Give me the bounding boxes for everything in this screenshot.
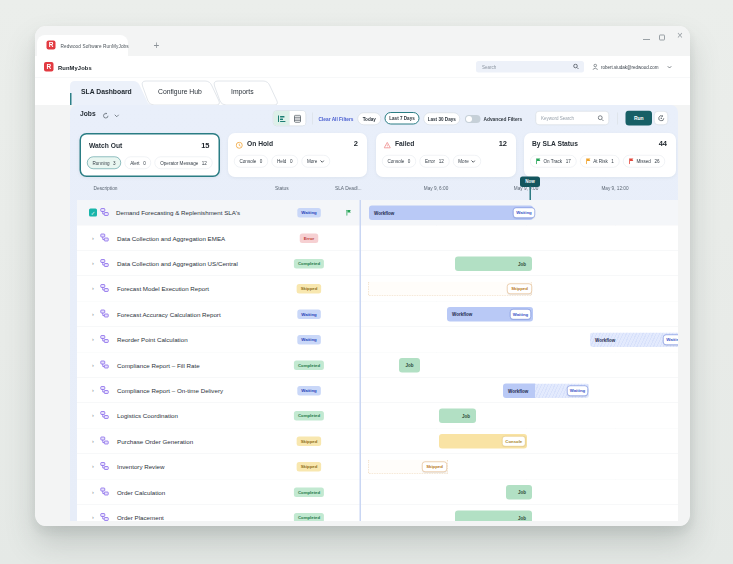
col-description: Description xyxy=(94,185,118,191)
tab-sla-dashboard[interactable]: SLA Dashboard xyxy=(81,78,132,105)
flag-icon xyxy=(536,158,542,165)
row-description: Logistics Coordination xyxy=(117,403,178,429)
row-expand-chevron-icon[interactable]: › xyxy=(92,514,94,520)
browser-tab[interactable]: R Redwood Software RunMyJobs xyxy=(37,35,128,56)
gantt-bar-job[interactable]: Job xyxy=(399,358,420,373)
card-pill-error[interactable]: Error12 xyxy=(419,155,449,168)
run-button[interactable]: Run xyxy=(626,111,653,126)
gantt-bar-workflow[interactable]: Workflow xyxy=(503,383,535,398)
gantt-status-chip: Waiting xyxy=(510,309,531,320)
advanced-filters-toggle[interactable] xyxy=(465,115,481,123)
row-description: Order Placement xyxy=(117,505,164,521)
now-badge: Now xyxy=(520,177,540,188)
table-row[interactable]: ›Data Collection and Aggregation US/Cent… xyxy=(77,251,678,276)
global-search-input[interactable]: Search xyxy=(476,61,584,73)
gantt-bar-job[interactable]: Job xyxy=(455,510,532,521)
workflow-icon xyxy=(100,512,109,521)
flag-icon xyxy=(585,158,591,165)
summary-card-on-hold[interactable]: On Hold2Console0Held0More xyxy=(228,133,367,177)
history-button[interactable] xyxy=(654,111,668,125)
card-pill-console[interactable]: Console0 xyxy=(234,155,268,168)
card-pills: Console0Error12More xyxy=(382,155,481,168)
row-expand-chevron-icon[interactable]: › xyxy=(92,412,94,418)
clear-all-filters-link[interactable]: Clear All Filters xyxy=(319,110,354,127)
table-row[interactable]: ›Data Collection and Aggregation EMEAErr… xyxy=(77,225,678,250)
workflow-icon xyxy=(100,436,109,445)
card-title: Failed xyxy=(395,140,414,148)
tab-imports[interactable]: Imports xyxy=(231,78,254,105)
card-pill-operator-message[interactable]: Operator Message12 xyxy=(155,157,213,170)
row-expand-chevron-icon[interactable]: › xyxy=(92,463,94,469)
workflow-icon xyxy=(100,360,109,369)
summary-card-watch-out[interactable]: Watch Out15Running3Alert0Operator Messag… xyxy=(80,133,221,177)
gantt-bar-workflow[interactable]: Workflow xyxy=(369,206,533,221)
table-row[interactable]: ›Logistics CoordinationCompletedJob xyxy=(77,403,678,428)
gantt-status-chip: Console xyxy=(502,436,526,447)
card-pill-more[interactable]: More xyxy=(453,155,481,168)
table-row[interactable]: ›Order CalculationCompletedJob xyxy=(77,479,678,504)
workflow-icon xyxy=(100,462,109,471)
row-checkbox[interactable]: ✓ xyxy=(89,209,97,217)
list-view-button[interactable] xyxy=(290,111,306,126)
row-expand-chevron-icon[interactable]: › xyxy=(92,234,94,240)
refresh-icon[interactable] xyxy=(102,112,110,120)
row-expand-chevron-icon[interactable]: › xyxy=(92,387,94,393)
row-expand-chevron-icon[interactable]: › xyxy=(92,311,94,317)
table-row[interactable]: ›Forecast Accuracy Calculation ReportWai… xyxy=(77,302,678,327)
gantt-bar-label: Workflow xyxy=(452,307,472,322)
card-pill-at-risk[interactable]: At Risk1 xyxy=(580,155,620,168)
dashboard-panel: Jobs Clear All Filters Today Last 7 Days… xyxy=(70,105,678,521)
card-pill-missed[interactable]: Missed26 xyxy=(623,155,665,168)
range-last-7-days-button[interactable]: Last 7 Days xyxy=(385,112,420,125)
card-pill-console[interactable]: Console0 xyxy=(382,155,416,168)
table-row[interactable]: ›Reorder Point CalculationWaitingWorkflo… xyxy=(77,327,678,352)
card-pill-on-track[interactable]: On Track17 xyxy=(530,155,576,168)
table-row[interactable]: ›Compliance Report – On-time DeliveryWai… xyxy=(77,378,678,403)
row-description: Data Collection and Aggregation EMEA xyxy=(117,225,225,251)
minimize-button[interactable] xyxy=(643,39,650,49)
gantt-bar-job[interactable]: Job xyxy=(439,409,476,424)
table-row[interactable]: ›Purchase Order GenerationSkippedConsole xyxy=(77,429,678,454)
table-row[interactable]: ✓Demand Forecasting & Replenishment SLA'… xyxy=(77,200,678,225)
jobs-title: Jobs xyxy=(80,110,96,118)
card-pill-held[interactable]: Held0 xyxy=(271,155,298,168)
gantt-bar-label: Workflow xyxy=(595,333,615,348)
table-row[interactable]: ›Order PlacementCompletedJob xyxy=(77,505,678,521)
workflow-icon xyxy=(100,487,109,496)
table-row[interactable]: ›Forecast Model Execution ReportSkippedS… xyxy=(77,276,678,301)
card-title: Watch Out xyxy=(89,142,122,150)
row-description: Inventory Review xyxy=(117,454,165,480)
row-status-chip: Error xyxy=(300,233,319,243)
jobs-chevron-down-icon[interactable] xyxy=(114,114,120,118)
new-tab-button[interactable]: + xyxy=(150,39,163,52)
row-description: Compliance Report – On-time Delivery xyxy=(117,378,223,404)
card-pill-alert[interactable]: Alert0 xyxy=(125,157,152,170)
table-row[interactable]: ›Compliance Report – Fill RateCompletedJ… xyxy=(77,352,678,377)
close-button[interactable]: × xyxy=(675,31,685,41)
row-expand-chevron-icon[interactable]: › xyxy=(92,285,94,291)
row-expand-chevron-icon[interactable]: › xyxy=(92,438,94,444)
summary-card-by-sla-status[interactable]: By SLA Status44On Track17At Risk1Missed2… xyxy=(524,133,676,177)
row-expand-chevron-icon[interactable]: › xyxy=(92,361,94,367)
row-expand-chevron-icon[interactable]: › xyxy=(92,488,94,494)
table-row[interactable]: ›Inventory ReviewSkippedSkipped xyxy=(77,454,678,479)
row-status-chip: Waiting xyxy=(297,208,320,218)
summary-card-failed[interactable]: Failed12Console0Error12More xyxy=(376,133,516,177)
row-expand-chevron-icon[interactable]: › xyxy=(92,336,94,342)
row-expand-chevron-icon[interactable]: › xyxy=(92,260,94,266)
card-pill-running[interactable]: Running3 xyxy=(87,157,121,170)
keyword-search-input[interactable]: Keyword Search xyxy=(536,111,610,125)
maximize-button[interactable] xyxy=(659,35,665,41)
gantt-bar-job[interactable]: Job xyxy=(506,485,532,500)
tab-configure-hub[interactable]: Configure Hub xyxy=(158,78,202,105)
card-value: 15 xyxy=(201,141,209,150)
workflow-icon xyxy=(100,258,109,267)
range-today-button[interactable]: Today xyxy=(358,113,382,126)
range-last-30-days-button[interactable]: Last 30 Days xyxy=(424,113,461,126)
card-pill-more[interactable]: More xyxy=(301,155,329,168)
gantt-view-button[interactable] xyxy=(274,111,290,126)
global-search-placeholder: Search xyxy=(482,61,496,73)
gantt-bar-job[interactable]: Job xyxy=(455,256,532,271)
sla-flag-icon xyxy=(346,210,352,217)
view-switcher xyxy=(273,111,306,127)
